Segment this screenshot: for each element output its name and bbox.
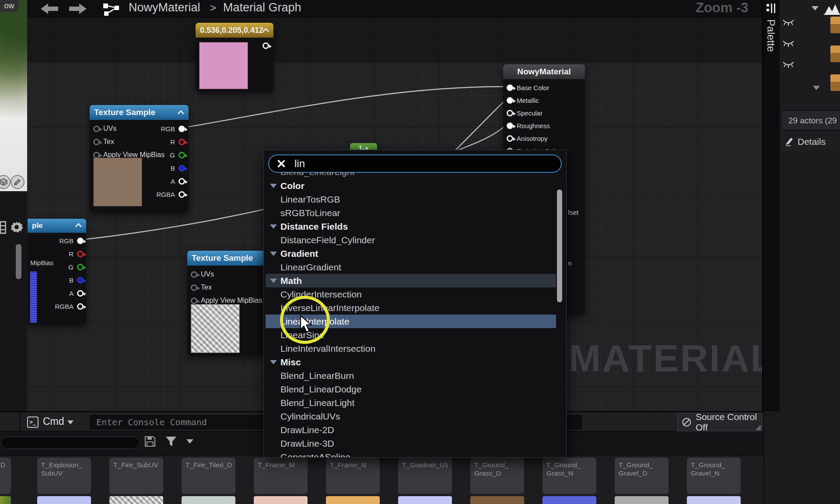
asset-thumbnail[interactable]: [109, 496, 163, 504]
list-item-clipped[interactable]: Blend_LinearLight: [266, 172, 556, 179]
terminal-icon: >_: [27, 416, 38, 428]
input-pin: [191, 271, 197, 278]
popup-scrollbar[interactable]: [557, 189, 562, 302]
asset-tile[interactable]: T_Ground_Grass_N: [542, 458, 596, 494]
palette-tab-strip: Palette: [762, 0, 780, 411]
function-thumbnail[interactable]: [830, 74, 840, 91]
list-item[interactable]: Blend_LinearDodge: [266, 382, 556, 396]
texture-preview: [93, 158, 142, 206]
list-item[interactable]: CylindricalUVs: [266, 410, 556, 423]
breadcrumb-current[interactable]: Material Graph: [223, 1, 301, 14]
asset-tile[interactable]: T_Ground_Grass_D: [470, 458, 524, 494]
forward-arrow-icon[interactable]: [69, 3, 87, 14]
asset-tile[interactable]: T_Fire_SubUV: [109, 458, 163, 494]
asset-thumbnail[interactable]: [398, 496, 452, 504]
palette-icon[interactable]: [766, 4, 777, 13]
texture-sample-node-1[interactable]: Texture Sample UVs Tex Apply View MipBia…: [90, 105, 189, 213]
category-row[interactable]: Math: [266, 274, 556, 287]
input-pin: [93, 126, 100, 132]
collapse-chevron-icon[interactable]: [178, 110, 185, 117]
mouse-cursor: [299, 315, 312, 333]
eye-closed-icon[interactable]: [782, 19, 794, 26]
asset-tile[interactable]: T_Gradinet_U1: [398, 458, 452, 494]
node-search-field[interactable]: [268, 154, 562, 173]
save-all-icon[interactable]: [144, 436, 156, 447]
category-row[interactable]: Color: [266, 179, 556, 192]
category-row[interactable]: Distance Fields: [266, 220, 556, 233]
asset-tile[interactable]: T_Ground_Gravel_N: [687, 458, 741, 494]
list-item[interactable]: LineIntervalIntersection: [266, 342, 556, 355]
source-control-button[interactable]: Source Control Off: [677, 413, 762, 431]
output-pin-a: [77, 290, 84, 297]
window-menu-fragment[interactable]: ow: [0, 0, 18, 12]
palette-tab-label[interactable]: Palette: [765, 19, 777, 52]
asset-tile[interactable]: D: [0, 458, 11, 494]
category-expanded-icon: [270, 279, 277, 283]
asset-thumbnail[interactable]: [326, 496, 380, 504]
dropdown-caret-icon[interactable]: [812, 6, 819, 10]
asset-thumbnail[interactable]: [254, 496, 308, 504]
color-swatch: [199, 42, 248, 89]
list-item[interactable]: DrawLine-2D: [266, 423, 556, 437]
asset-thumbnail[interactable]: [542, 496, 596, 504]
list-item[interactable]: sRGBToLinear: [266, 206, 556, 220]
output-pin-a: [178, 178, 185, 185]
function-thumbnail[interactable]: [830, 46, 840, 62]
edit-asset-icon[interactable]: [10, 175, 24, 189]
details-tab[interactable]: Details: [782, 132, 840, 151]
left-panel-scrollbar[interactable]: [16, 244, 21, 279]
function-thumbnail[interactable]: [830, 17, 840, 33]
asset-tile[interactable]: T_Explosion_SubUV: [37, 458, 91, 494]
asset-tile[interactable]: T_Frame_N: [326, 458, 380, 494]
filter-funnel-icon[interactable]: [165, 436, 177, 447]
texture-preview-sliver: [30, 271, 37, 323]
graph-breadcrumb-icon: [102, 3, 120, 16]
list-item[interactable]: DistanceField_Cylinder: [266, 233, 556, 247]
list-item[interactable]: DrawLine-3D: [266, 437, 556, 450]
settings-gear-icon[interactable]: [10, 220, 24, 234]
filter-caret-icon[interactable]: [186, 439, 193, 444]
input-label-fragment: MipBias: [30, 259, 53, 266]
clear-search-icon[interactable]: [276, 159, 286, 168]
asset-thumbnail[interactable]: [687, 496, 741, 504]
node-search-input[interactable]: [294, 158, 539, 170]
category-row[interactable]: Misc: [266, 355, 556, 369]
category-expanded-icon: [270, 184, 277, 188]
dropdown-caret-icon[interactable]: [813, 86, 820, 90]
asset-tile[interactable]: T_Fire_Tiled_D: [182, 458, 235, 494]
list-item[interactable]: LinearGradient: [266, 260, 556, 274]
list-item[interactable]: Blend_LinearLight: [266, 396, 556, 410]
stats-mountain-icon[interactable]: [824, 3, 840, 15]
asset-thumbnail[interactable]: [615, 496, 668, 504]
category-row[interactable]: Gradient: [266, 247, 556, 260]
cmd-dropdown-caret-icon[interactable]: [67, 420, 74, 424]
asset-thumbnail[interactable]: [470, 496, 524, 504]
hidden-pin-fragment: fset: [568, 209, 578, 216]
texture-preview: [191, 304, 240, 353]
divider: [19, 412, 20, 432]
node-title-fragment: ple: [32, 221, 43, 230]
viewport-preview-image: [0, 0, 27, 191]
node-title: Texture Sample: [192, 253, 253, 263]
asset-tile[interactable]: T_Frame_M: [254, 458, 308, 494]
content-search-field[interactable]: [1, 437, 140, 449]
collapse-chevron-icon[interactable]: [75, 223, 82, 230]
eye-closed-icon[interactable]: [782, 61, 794, 68]
asset-thumbnail[interactable]: [37, 496, 91, 504]
list-view-icon[interactable]: [0, 221, 6, 234]
constant3vector-node[interactable]: 0.536,0.205,0.412: [196, 23, 273, 92]
category-expanded-icon: [270, 360, 277, 364]
output-pin-g: [178, 152, 185, 158]
list-item[interactable]: Blend_LinearBurn: [266, 369, 556, 382]
back-arrow-icon[interactable]: [40, 3, 59, 14]
asset-thumbnail[interactable]: [182, 496, 235, 504]
texture-sample-node-partial[interactable]: ple RGB R G B A RGBA MipBias: [28, 219, 86, 325]
cmd-mode-label[interactable]: Cmd: [43, 416, 64, 427]
details-label: Details: [798, 136, 826, 147]
list-item-clipped[interactable]: GenerateASpline: [266, 450, 556, 458]
list-item[interactable]: LinearTosRGB: [266, 192, 556, 206]
eye-closed-icon[interactable]: [782, 40, 794, 47]
breadcrumb-root[interactable]: NowyMaterial: [129, 1, 200, 14]
asset-tile[interactable]: T_Ground_Gravel_D: [615, 458, 668, 494]
asset-thumbnail[interactable]: [0, 496, 11, 504]
